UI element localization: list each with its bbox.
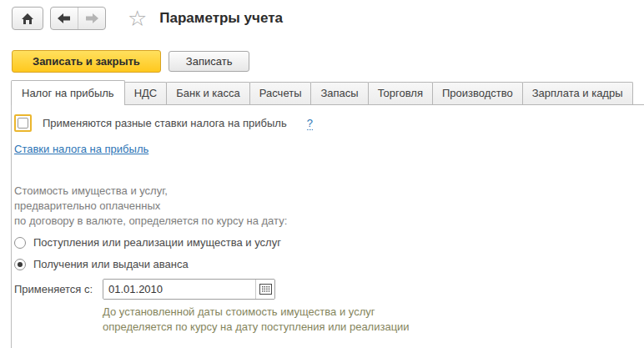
top-toolbar: ☆ Параметры учета <box>0 0 644 30</box>
hint-line: До установленной даты стоимость имуществ… <box>103 305 644 320</box>
forward-arrow-icon <box>85 13 98 23</box>
description-line: Стоимость имущества и услуг, <box>14 184 644 199</box>
applies-from-field <box>103 279 275 300</box>
history-nav-group <box>50 7 106 30</box>
applies-from-row: Применяется с: <box>14 279 644 300</box>
settings-tab-bar: Налог на прибыль НДС Банк и касса Расчет… <box>11 80 644 105</box>
tab-vat[interactable]: НДС <box>124 82 168 104</box>
calendar-icon <box>259 284 272 295</box>
radio-circle-selected <box>14 259 26 270</box>
page-title: Параметры учета <box>159 10 283 27</box>
radio-option-advance[interactable]: Получения или выдачи аванса <box>14 258 644 270</box>
date-hint: До установленной даты стоимость имуществ… <box>103 305 644 335</box>
different-rates-label: Применяются разные ставки налога на приб… <box>43 117 287 129</box>
back-arrow-icon <box>58 13 71 23</box>
radio-circle <box>14 237 26 249</box>
tab-settlements[interactable]: Расчеты <box>249 82 312 104</box>
profit-tax-panel: Применяются разные ставки налога на приб… <box>11 105 644 348</box>
radio-label: Поступления или реализации имущества и у… <box>33 236 281 249</box>
tab-profit-tax[interactable]: Налог на прибыль <box>11 80 125 105</box>
command-bar: Записать и закрыть Записать <box>12 50 644 73</box>
checkbox-box <box>18 118 28 129</box>
hint-line: определяется по курсу на дату поступлени… <box>103 320 644 335</box>
applies-from-label: Применяется с: <box>14 283 103 295</box>
radio-label: Получения или выдачи аванса <box>33 258 189 270</box>
description-line: предварительно оплаченных <box>14 199 644 214</box>
tab-inventory[interactable]: Запасы <box>310 82 368 104</box>
help-link[interactable]: ? <box>307 117 313 130</box>
favorite-star-icon[interactable]: ☆ <box>128 8 147 29</box>
different-rates-row: Применяются разные ставки налога на приб… <box>14 114 644 132</box>
calendar-button[interactable] <box>255 280 274 299</box>
valuation-description: Стоимость имущества и услуг, предварител… <box>14 184 644 229</box>
tab-bank-cash[interactable]: Банк и касса <box>166 82 250 104</box>
save-and-close-button[interactable]: Записать и закрыть <box>12 50 161 73</box>
home-icon <box>21 13 34 25</box>
different-rates-checkbox[interactable] <box>14 114 32 132</box>
tab-payroll[interactable]: Зарплата и кадры <box>522 82 633 104</box>
tab-production[interactable]: Производство <box>432 82 523 104</box>
description-line: по договору в валюте, определяется по ку… <box>14 214 644 229</box>
forward-button[interactable] <box>78 8 105 29</box>
profit-tax-rates-link[interactable]: Ставки налога на прибыль <box>14 143 148 155</box>
back-button[interactable] <box>51 8 78 29</box>
save-button[interactable]: Записать <box>169 51 250 72</box>
tab-trade[interactable]: Торговля <box>368 82 433 104</box>
home-button[interactable] <box>12 7 43 30</box>
applies-from-input[interactable] <box>103 280 255 299</box>
radio-option-receipt[interactable]: Поступления или реализации имущества и у… <box>14 236 644 249</box>
